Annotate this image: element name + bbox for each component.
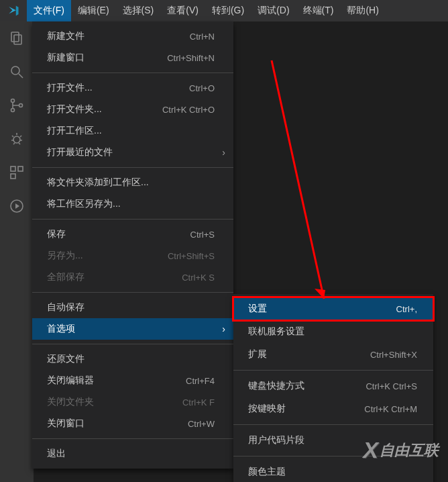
file-menu-separator: [32, 73, 233, 73]
activity-bar: [0, 21, 34, 482]
menu-item-3[interactable]: 查看(V): [160, 0, 205, 21]
menu-item-label: 关闭编辑器: [47, 375, 186, 387]
menu-item-shortcut: Ctrl+W: [188, 419, 215, 429]
menu-item-2[interactable]: 选择(S): [116, 0, 161, 21]
menu-item-shortcut: Ctrl+S: [190, 230, 215, 240]
menu-item-label: 新建文件: [47, 30, 190, 42]
file-menu-dropdown: 新建文件Ctrl+N新建窗口Ctrl+Shift+N打开文件...Ctrl+O打…: [32, 21, 233, 469]
file-menu-item-19[interactable]: 关闭编辑器Ctrl+F4: [32, 370, 233, 391]
file-menu-item-23[interactable]: 退出: [32, 443, 233, 465]
menu-item-shortcut: Ctrl+O: [189, 83, 215, 93]
prefs-menu-item-0[interactable]: 设置Ctrl+,: [233, 297, 433, 320]
prefs-menu-separator: [233, 370, 433, 371]
menu-item-7[interactable]: 帮助(H): [340, 0, 385, 21]
menu-item-shortcut: Ctrl+K Ctrl+S: [366, 381, 417, 391]
menu-item-label: 按键映射: [248, 403, 364, 415]
menu-item-label: 首选项: [47, 323, 215, 335]
file-menu-item-13: 全部保存Ctrl+K S: [32, 267, 233, 288]
menu-item-6[interactable]: 终端(T): [296, 0, 341, 21]
menu-item-0[interactable]: 文件(F): [27, 0, 71, 21]
source-control-icon[interactable]: [0, 89, 34, 122]
menu-item-shortcut: Ctrl+Shift+X: [370, 350, 417, 360]
svg-point-7: [13, 136, 20, 143]
file-menu-item-12: 另存为...Ctrl+Shift+S: [32, 245, 233, 267]
menu-item-shortcut: Ctrl+K S: [182, 273, 215, 283]
app-icon: [0, 0, 27, 21]
svg-point-6: [19, 104, 23, 107]
menu-item-label: 打开文件...: [47, 82, 189, 94]
prefs-menu-item-4[interactable]: 键盘快捷方式Ctrl+K Ctrl+S: [233, 375, 433, 397]
menu-item-label: 关闭文件夹: [47, 396, 182, 408]
menu-item-label: 扩展: [248, 348, 370, 360]
file-menu-item-8[interactable]: 将文件夹添加到工作区...: [32, 172, 233, 193]
menu-item-5[interactable]: 调试(D): [251, 0, 296, 21]
file-menu-item-16[interactable]: 首选项›: [32, 318, 233, 340]
svg-point-5: [11, 109, 15, 112]
svg-line-3: [19, 74, 23, 78]
menu-item-label: 退出: [47, 448, 215, 460]
prefs-menu-item-9[interactable]: 颜色主题: [233, 461, 433, 482]
menu-item-shortcut: Ctrl+Shift+S: [168, 251, 215, 261]
prefs-menu-item-2[interactable]: 扩展Ctrl+Shift+X: [233, 343, 433, 366]
svg-rect-1: [14, 35, 21, 44]
menu-item-label: 还原文件: [47, 353, 215, 365]
file-menu-separator: [32, 344, 233, 344]
svg-rect-9: [18, 166, 23, 171]
debug-icon[interactable]: [0, 122, 34, 156]
menu-item-label: 新建窗口: [47, 52, 167, 64]
file-menu-item-18[interactable]: 还原文件: [32, 348, 233, 370]
svg-rect-8: [11, 166, 15, 171]
extensions-icon[interactable]: [0, 156, 34, 189]
menu-item-label: 将工作区另存为...: [47, 198, 215, 210]
menu-item-label: 键盘快捷方式: [248, 380, 366, 392]
menu-item-shortcut: Ctrl+K Ctrl+M: [364, 404, 417, 414]
run-icon[interactable]: [0, 189, 34, 223]
svg-point-2: [11, 66, 19, 75]
file-menu-separator: [32, 219, 233, 220]
file-menu-item-4[interactable]: 打开文件夹...Ctrl+K Ctrl+O: [32, 99, 233, 120]
svg-rect-10: [11, 174, 15, 179]
watermark-logo-icon: X: [363, 437, 376, 463]
file-menu-item-11[interactable]: 保存Ctrl+S: [32, 224, 233, 245]
menu-item-label: 保存: [47, 228, 190, 240]
search-icon[interactable]: [0, 55, 34, 89]
menu-item-label: 联机服务设置: [248, 326, 417, 338]
svg-rect-0: [11, 32, 19, 42]
file-menu-item-3[interactable]: 打开文件...Ctrl+O: [32, 77, 233, 99]
menu-item-label: 颜色主题: [248, 466, 417, 478]
menu-item-4[interactable]: 转到(G): [205, 0, 251, 21]
menu-item-label: 打开文件夹...: [47, 103, 162, 115]
file-menu-item-6[interactable]: 打开最近的文件›: [32, 142, 233, 163]
file-menu-separator: [32, 438, 233, 439]
file-menu-separator: [32, 167, 233, 168]
file-menu-item-1[interactable]: 新建窗口Ctrl+Shift+N: [32, 47, 233, 68]
file-menu-separator: [32, 292, 233, 293]
menubar: 文件(F)编辑(E)选择(S)查看(V)转到(G)调试(D)终端(T)帮助(H): [27, 0, 386, 21]
prefs-menu-item-5[interactable]: 按键映射Ctrl+K Ctrl+M: [233, 397, 433, 420]
menu-item-shortcut: Ctrl+,: [396, 304, 417, 314]
menu-item-label: 自动保存: [47, 301, 215, 314]
watermark-text: 自由互联: [380, 440, 439, 461]
prefs-menu-separator: [233, 424, 433, 425]
menu-item-label: 全部保存: [47, 271, 182, 283]
menu-item-shortcut: Ctrl+Shift+N: [167, 53, 215, 63]
prefs-menu-item-1[interactable]: 联机服务设置: [233, 320, 433, 343]
menu-item-label: 打开工作区...: [47, 125, 215, 137]
explorer-icon[interactable]: [0, 21, 34, 55]
file-menu-item-0[interactable]: 新建文件Ctrl+N: [32, 26, 233, 47]
watermark: X 自由互联: [363, 437, 439, 463]
menu-item-label: 另存为...: [47, 250, 168, 262]
menu-item-shortcut: Ctrl+K F: [182, 397, 215, 407]
menu-item-label: 打开最近的文件: [47, 146, 215, 158]
chevron-right-icon: ›: [222, 147, 225, 158]
file-menu-item-9[interactable]: 将工作区另存为...: [32, 193, 233, 215]
menu-item-shortcut: Ctrl+N: [190, 32, 215, 42]
menu-item-label: 将文件夹添加到工作区...: [47, 177, 215, 189]
menu-item-1[interactable]: 编辑(E): [71, 0, 116, 21]
svg-point-4: [11, 99, 15, 103]
file-menu-item-15[interactable]: 自动保存: [32, 297, 233, 318]
file-menu-item-21[interactable]: 关闭窗口Ctrl+W: [32, 413, 233, 434]
title-bar: 文件(F)编辑(E)选择(S)查看(V)转到(G)调试(D)终端(T)帮助(H): [0, 0, 448, 21]
file-menu-item-5[interactable]: 打开工作区...: [32, 120, 233, 142]
chevron-right-icon: ›: [222, 324, 225, 334]
